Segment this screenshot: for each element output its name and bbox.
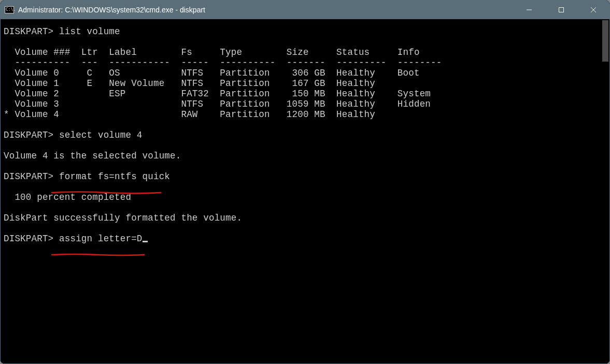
terminal-window: C:\. Administrator: C:\WINDOWS\system32\… xyxy=(0,0,610,364)
table-header: Volume ### Ltr Label Fs Type Size Status… xyxy=(4,47,420,57)
prompt: DISKPART> xyxy=(4,234,53,244)
window-title: Administrator: C:\WINDOWS\system32\cmd.e… xyxy=(18,6,513,14)
close-icon xyxy=(590,7,597,13)
msg-formatted: DiskPart successfully formatted the volu… xyxy=(4,213,242,223)
prompt: DISKPART> xyxy=(4,130,53,140)
cmd-format: format fs=ntfs quick xyxy=(59,171,170,182)
minimize-icon xyxy=(526,7,532,13)
table-row: Volume 2 ESP FAT32 Partition 150 MB Heal… xyxy=(4,89,431,99)
cmd-select-volume: select volume 4 xyxy=(59,130,143,140)
minimize-button[interactable] xyxy=(513,1,545,19)
prompt: DISKPART> xyxy=(4,171,53,182)
msg-selected: Volume 4 is the selected volume. xyxy=(4,151,181,161)
close-button[interactable] xyxy=(577,1,609,19)
cmd-icon: C:\. xyxy=(5,6,14,13)
table-row: * Volume 4 RAW Partition 1200 MB Healthy xyxy=(4,109,375,120)
maximize-button[interactable] xyxy=(545,1,577,19)
titlebar[interactable]: C:\. Administrator: C:\WINDOWS\system32\… xyxy=(1,1,609,19)
table-row: Volume 0 C OS NTFS Partition 306 GB Heal… xyxy=(4,68,420,78)
annotation-underline-assign xyxy=(51,249,145,253)
cmd-list-volume: list volume xyxy=(59,26,120,37)
maximize-icon xyxy=(558,7,564,13)
text-cursor xyxy=(143,241,148,242)
window-controls xyxy=(513,1,609,19)
msg-progress: 100 percent completed xyxy=(4,192,131,202)
cmd-assign: assign letter=D xyxy=(59,234,143,244)
prompt: DISKPART> xyxy=(4,26,53,37)
table-divider: ---------- --- ----------- ----- -------… xyxy=(4,57,442,68)
terminal-output[interactable]: DISKPART> list volume Volume ### Ltr Lab… xyxy=(1,19,609,364)
svg-rect-1 xyxy=(559,8,564,12)
table-row: Volume 3 NTFS Partition 1059 MB Healthy … xyxy=(4,99,431,109)
table-row: Volume 1 E New Volume NTFS Partition 167… xyxy=(4,78,375,89)
scrollbar-thumb[interactable] xyxy=(602,20,608,62)
output-text: DISKPART> list volume Volume ### Ltr Lab… xyxy=(4,26,606,244)
